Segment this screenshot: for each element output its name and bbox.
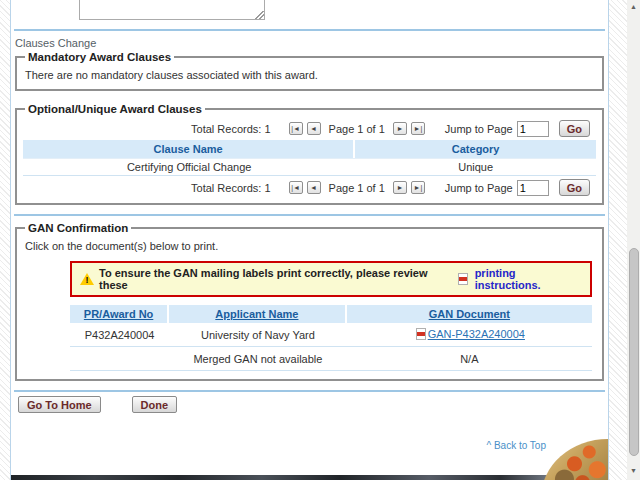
warning-text: To ensure the GAN mailing labels print c… — [99, 267, 451, 291]
content-area: Clauses Change Mandatory Award Clauses T… — [10, 0, 609, 480]
gan-document-link[interactable]: GAN-P432A240004 — [414, 328, 525, 340]
gan-confirmation-legend: GAN Confirmation — [25, 222, 131, 234]
last-page-button[interactable]: ►| — [411, 122, 425, 135]
merged-gan-cell: Merged GAN not available — [169, 347, 346, 371]
page-indicator: Page 1 of 1 — [329, 123, 385, 135]
gan-confirmation-fieldset: GAN Confirmation Click on the document(s… — [15, 222, 604, 381]
optional-clauses-legend: Optional/Unique Award Clauses — [25, 103, 205, 115]
clauses-table: Clause Name Category Certifying Official… — [23, 140, 596, 176]
footer-dark-bar — [11, 475, 608, 480]
mandatory-clauses-message: There are no mandatory clauses associate… — [23, 65, 596, 83]
section-divider — [14, 214, 605, 216]
section-label: Clauses Change — [15, 37, 608, 49]
pagination-bottom: Total Records: 1 |◄ ◄ Page 1 of 1 ► ►| J… — [23, 176, 596, 199]
first-page-button[interactable]: |◄ — [289, 181, 303, 194]
scrollbar-thumb[interactable] — [629, 248, 639, 456]
jump-to-page-input[interactable] — [517, 180, 549, 196]
resize-grip-icon[interactable] — [255, 11, 264, 19]
footer: ^ Back to Top [ FOIA ] [ Privacy ] [ Sec… — [11, 439, 608, 480]
vertical-scrollbar[interactable]: ▲ ▼ — [627, 0, 640, 480]
total-records-label: Total Records: 1 — [191, 182, 270, 194]
back-to-top-row: ^ Back to Top — [11, 439, 608, 451]
go-to-home-button[interactable]: Go To Home — [18, 396, 101, 413]
prev-page-button[interactable]: ◄ — [307, 122, 321, 135]
prev-page-button[interactable]: ◄ — [307, 181, 321, 194]
jump-to-page-input[interactable] — [517, 121, 549, 137]
comments-textarea-wrap — [11, 0, 608, 20]
column-header-pr-award-no[interactable]: PR/Award No — [84, 308, 153, 320]
section-divider — [14, 390, 605, 392]
warning-icon: ! — [80, 273, 94, 285]
applicant-name-cell: University of Navy Yard — [169, 323, 346, 347]
gan-document-cell: GAN-P432A240004 — [347, 323, 592, 347]
column-header-clause-name: Clause Name — [23, 140, 355, 158]
table-row: Certifying Official Change Unique — [23, 158, 596, 176]
next-page-button[interactable]: ► — [393, 181, 407, 194]
column-header-category: Category — [355, 140, 596, 158]
section-divider — [14, 29, 605, 31]
scroll-up-button[interactable]: ▲ — [627, 0, 640, 13]
category-cell: Unique — [355, 158, 596, 176]
jump-to-page-label: Jump to Page — [445, 123, 513, 135]
pdf-icon — [458, 273, 468, 285]
comments-textarea[interactable] — [79, 0, 265, 20]
clauses-table-header-row: Clause Name Category — [23, 140, 596, 158]
go-button[interactable]: Go — [559, 179, 590, 196]
scroll-down-button[interactable]: ▼ — [627, 464, 640, 477]
next-page-button[interactable]: ► — [393, 122, 407, 135]
pagination-top: Total Records: 1 |◄ ◄ Page 1 of 1 ► ►| J… — [23, 117, 596, 140]
pr-award-no-cell: P432A240004 — [70, 323, 169, 347]
gan-documents-table: PR/Award No Applicant Name GAN Document … — [70, 305, 592, 371]
pr-award-no-cell — [70, 347, 169, 371]
printing-warning-box: ! To ensure the GAN mailing labels print… — [70, 261, 592, 297]
column-header-gan-document[interactable]: GAN Document — [429, 308, 510, 320]
gan-table-header-row: PR/Award No Applicant Name GAN Document — [70, 305, 592, 323]
mandatory-clauses-fieldset: Mandatory Award Clauses There are no man… — [15, 51, 604, 91]
first-page-button[interactable]: |◄ — [289, 122, 303, 135]
pdf-icon — [416, 328, 426, 340]
jump-to-page-label: Jump to Page — [445, 182, 513, 194]
go-button[interactable]: Go — [559, 120, 590, 137]
page-indicator: Page 1 of 1 — [329, 182, 385, 194]
optional-clauses-fieldset: Optional/Unique Award Clauses Total Reco… — [15, 103, 604, 205]
gan-document-cell: N/A — [347, 347, 592, 371]
action-buttons: Go To Home Done — [18, 396, 608, 413]
table-row: Merged GAN not available N/A — [70, 347, 592, 371]
table-row: P432A240004 University of Navy Yard GAN-… — [70, 323, 592, 347]
clause-name-cell: Certifying Official Change — [23, 158, 355, 176]
column-header-applicant-name[interactable]: Applicant Name — [215, 308, 298, 320]
back-to-top-link[interactable]: ^ Back to Top — [486, 440, 546, 451]
done-button[interactable]: Done — [132, 396, 178, 413]
mandatory-clauses-legend: Mandatory Award Clauses — [25, 51, 174, 63]
total-records-label: Total Records: 1 — [191, 123, 270, 135]
gan-instruction: Click on the document(s) below to print. — [23, 236, 596, 254]
printing-instructions-link[interactable]: printing instructions. — [475, 267, 582, 291]
last-page-button[interactable]: ►| — [411, 181, 425, 194]
